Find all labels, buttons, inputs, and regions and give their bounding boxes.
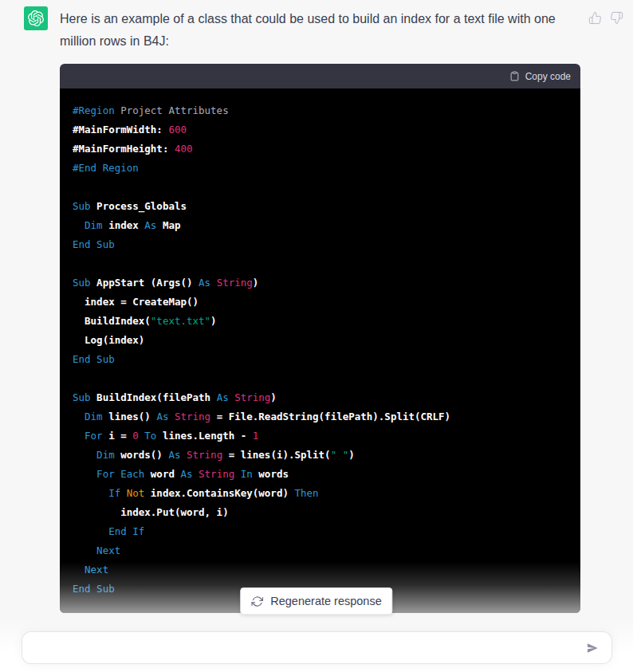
regenerate-response-button[interactable]: Regenerate response — [240, 588, 392, 615]
thumbs-down-icon — [610, 11, 623, 25]
thumbs-up-button[interactable] — [588, 11, 602, 27]
thumbs-down-button[interactable] — [610, 11, 623, 27]
assistant-message: Here is an example of a class that could… — [0, 0, 633, 613]
code-block-header: Copy code — [60, 64, 580, 88]
openai-logo-icon — [28, 10, 44, 26]
message-input-container — [22, 631, 612, 664]
chat-page: Here is an example of a class that could… — [0, 0, 633, 672]
code-block: Copy code #Region Project Attributes#Mai… — [60, 64, 580, 613]
feedback-buttons — [588, 6, 623, 27]
thumbs-up-icon — [588, 11, 602, 25]
message-content: Here is an example of a class that could… — [60, 6, 580, 613]
send-icon — [586, 642, 599, 654]
clipboard-icon — [509, 70, 520, 82]
message-text: Here is an example of a class that could… — [60, 6, 580, 53]
chatgpt-avatar — [24, 6, 48, 30]
code-body: #Region Project Attributes#MainFormWidth… — [60, 88, 580, 613]
regenerate-label: Regenerate response — [270, 595, 381, 607]
refresh-icon — [251, 595, 263, 607]
copy-code-button[interactable]: Copy code — [509, 70, 571, 82]
code-content: #Region Project Attributes#MainFormWidth… — [73, 101, 574, 599]
message-input[interactable] — [22, 632, 611, 663]
copy-code-label: Copy code — [525, 71, 571, 82]
send-button[interactable] — [583, 639, 602, 658]
